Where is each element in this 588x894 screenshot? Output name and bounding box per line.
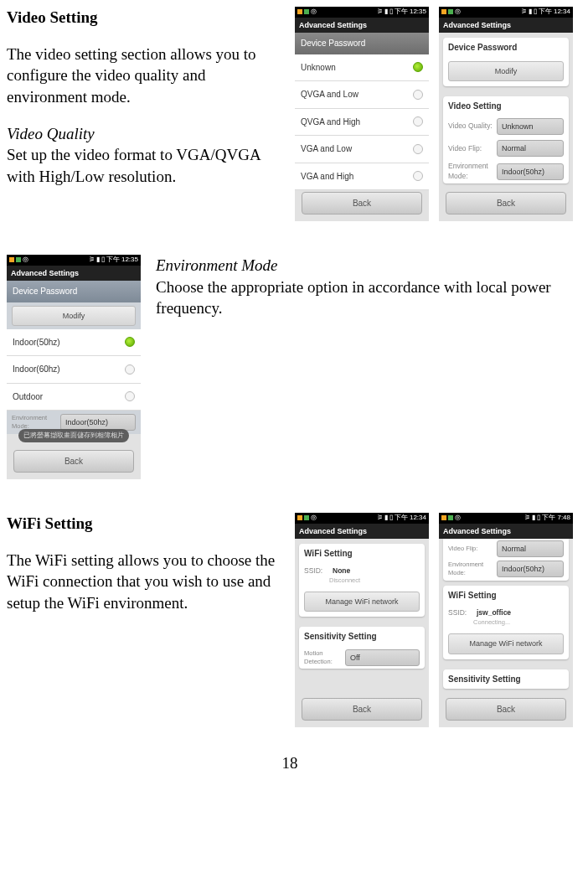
manage-wifi-button[interactable]: Manage WiFi network xyxy=(304,592,420,612)
radio-icon xyxy=(125,391,135,401)
page-number: 18 xyxy=(7,752,573,774)
wifi-icon: ⚞ xyxy=(89,256,95,265)
paragraph-wifi-setting: The WiFi setting allows you to choose th… xyxy=(7,550,280,614)
option-vga-low[interactable]: VGA and Low xyxy=(295,136,429,163)
ssid-value: jsw_office xyxy=(477,608,511,618)
status-bar: ◎ ⚞▮▯下午 12:35 xyxy=(7,255,141,266)
back-button[interactable]: Back xyxy=(446,698,566,721)
text-column: Video Setting The video setting section … xyxy=(7,7,280,221)
back-button[interactable]: Back xyxy=(302,192,422,215)
signal-icon: ▮ xyxy=(96,256,100,265)
battery-icon: ▯ xyxy=(389,8,393,17)
radio-icon xyxy=(413,144,423,154)
signal-icon: ▮ xyxy=(532,514,535,523)
option-indoor-60[interactable]: Indoor(60hz) xyxy=(7,356,141,384)
option-indoor-50[interactable]: Indoor(50hz) xyxy=(7,329,141,357)
row-video-flip: Video Flip:Normal xyxy=(448,540,564,559)
manage-wifi-button[interactable]: Manage WiFi network xyxy=(448,633,564,654)
ssid-value: None xyxy=(333,566,350,576)
option-outdoor[interactable]: Outdoor xyxy=(7,384,141,411)
battery-icon: ▯ xyxy=(101,256,105,265)
card-device-password: Device Password Modify xyxy=(443,38,569,86)
video-quality-select[interactable]: Unknown xyxy=(497,118,564,135)
screenshot-group-3: ◎ ⚞▮▯下午 12:34 Advanced Settings WiFi Set… xyxy=(295,513,573,727)
status-bar: ◎ ⚞▮▯下午 12:34 xyxy=(439,7,573,18)
option-vga-high[interactable]: VGA and High xyxy=(295,163,429,191)
screenshot-advanced-settings: ◎ ⚞▮▯下午 12:34 Advanced Settings Device P… xyxy=(439,7,573,221)
text-column: Environment Mode Choose the appropriate … xyxy=(156,255,573,479)
status-bar: ◎ ⚞▮▯下午 7:48 xyxy=(439,513,573,524)
radio-icon xyxy=(125,337,135,347)
row-video-quality: Video Quality:Unknown xyxy=(443,116,569,137)
wifi-icon: ⚞ xyxy=(521,8,527,17)
radio-icon xyxy=(413,90,423,100)
status-time: 下午 12:35 xyxy=(106,256,138,265)
status-time: 下午 12:34 xyxy=(395,514,426,523)
heading-environment-mode: Environment Mode xyxy=(156,255,573,276)
screenshot-group-2: ◎ ⚞▮▯下午 12:35 Advanced Settings Device P… xyxy=(7,255,141,479)
modify-button[interactable]: Modify xyxy=(12,306,136,326)
screenshot-video-quality: ◎ ⚞▮▯下午 12:35 Advanced Settings Device P… xyxy=(295,7,429,221)
section-environment-mode: ◎ ⚞▮▯下午 12:35 Advanced Settings Device P… xyxy=(7,255,573,479)
status-time: 下午 12:34 xyxy=(539,8,570,17)
radio-icon xyxy=(413,116,423,127)
battery-icon: ▯ xyxy=(537,514,540,523)
screenshot-env-mode: ◎ ⚞▮▯下午 12:35 Advanced Settings Device P… xyxy=(7,255,141,479)
screenshot-wifi-none: ◎ ⚞▮▯下午 12:34 Advanced Settings WiFi Set… xyxy=(295,513,429,727)
card-wifi-setting: WiFi Setting SSID:None Disconnect Manage… xyxy=(299,544,425,617)
signal-icon: ▮ xyxy=(529,8,532,17)
header-title: Advanced Settings xyxy=(7,266,141,281)
back-button[interactable]: Back xyxy=(302,698,422,721)
paragraph-video-quality: Set up the video format to VGA/QVGA with… xyxy=(7,144,280,187)
signal-icon: ▮ xyxy=(384,8,388,17)
heading-video-setting: Video Setting xyxy=(7,7,280,28)
paragraph-video-intro: The video setting section allows you to … xyxy=(7,44,280,108)
header-title: Advanced Settings xyxy=(439,524,573,539)
card-sensitivity: Sensitivity Setting Motion Detection:Off xyxy=(299,627,425,669)
section-wifi-setting: WiFi Setting The WiFi setting allows you… xyxy=(7,513,573,727)
signal-icon: ▮ xyxy=(384,514,388,523)
section-video-setting: Video Setting The video setting section … xyxy=(7,7,573,221)
wifi-icon: ⚞ xyxy=(524,514,530,523)
card-wifi-setting: WiFi Setting SSID:jsw_office Connecting.… xyxy=(443,586,569,659)
env-mode-select[interactable]: Indoor(50hz) xyxy=(497,163,564,180)
env-mode-select[interactable]: Indoor(50hz) xyxy=(497,561,564,577)
option-qvga-low[interactable]: QVGA and Low xyxy=(295,81,429,109)
toast-message: 已將螢幕擷取畫面儲存到相簿相片 xyxy=(18,429,129,442)
video-flip-select[interactable]: Normal xyxy=(497,140,564,157)
radio-icon xyxy=(413,62,423,72)
screenshot-wifi-connecting: ◎ ⚞▮▯下午 7:48 Advanced Settings Video Fli… xyxy=(439,513,573,727)
radio-icon xyxy=(413,171,423,181)
header-title: Advanced Settings xyxy=(439,18,573,33)
back-button[interactable]: Back xyxy=(13,450,134,473)
battery-icon: ▯ xyxy=(534,8,537,17)
status-bar: ◎ ⚞▮▯下午 12:34 xyxy=(295,513,429,524)
status-time: 下午 7:48 xyxy=(542,514,570,523)
text-column: WiFi Setting The WiFi setting allows you… xyxy=(7,513,280,727)
back-button[interactable]: Back xyxy=(446,192,566,215)
header-title: Advanced Settings xyxy=(295,524,429,539)
selector-header: Device Password xyxy=(7,281,141,302)
option-unknown[interactable]: Unknown xyxy=(295,54,429,82)
selector-header: Device Password xyxy=(295,33,429,54)
video-flip-select[interactable]: Normal xyxy=(497,540,564,557)
card-video-partial: Video Flip:Normal Environment Mode:Indoo… xyxy=(443,539,569,581)
row-env-mode: Environment Mode:Indoor(50hz) xyxy=(448,559,564,577)
modify-button[interactable]: Modify xyxy=(448,61,564,81)
row-env-mode: Environment Mode:Indoor(50hz) xyxy=(443,159,569,183)
heading-wifi-setting: WiFi Setting xyxy=(7,513,280,535)
heading-video-quality: Video Quality xyxy=(7,123,280,145)
status-bar: ◎ ⚞▮▯下午 12:35 xyxy=(295,7,429,18)
row-motion-detection: Motion Detection:Off xyxy=(299,647,425,669)
option-qvga-high[interactable]: QVGA and High xyxy=(295,109,429,137)
motion-detection-select[interactable]: Off xyxy=(345,649,420,666)
row-video-flip: Video Flip:Normal xyxy=(443,137,569,159)
ssid-status: Connecting... xyxy=(443,618,569,630)
battery-icon: ▯ xyxy=(389,514,393,523)
ssid-status: Disconnect xyxy=(299,576,425,588)
paragraph-environment-mode: Choose the appropriate option in accorda… xyxy=(156,276,573,319)
header-title: Advanced Settings xyxy=(295,18,429,33)
wifi-icon: ⚞ xyxy=(377,514,383,523)
card-video-setting: Video Setting Video Quality:Unknown Vide… xyxy=(443,96,569,184)
card-sensitivity: Sensitivity Setting xyxy=(443,669,569,690)
